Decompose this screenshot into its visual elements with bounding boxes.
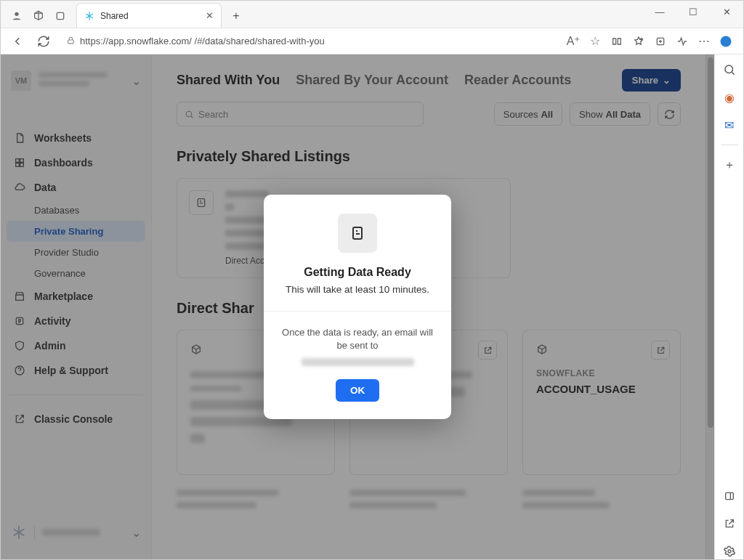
lock-icon: [66, 36, 76, 47]
window-close-button[interactable]: ✕: [710, 1, 743, 23]
getting-data-ready-modal: Getting Data Ready This will take at lea…: [264, 195, 451, 420]
reading-list-icon[interactable]: [610, 34, 624, 49]
new-tab-button[interactable]: +: [226, 6, 246, 26]
svg-point-14: [725, 65, 733, 73]
settings-icon[interactable]: [721, 543, 737, 559]
profile-icon[interactable]: [11, 10, 23, 22]
browser-tab[interactable]: Shared ✕: [76, 3, 222, 28]
share-page-icon[interactable]: [721, 516, 737, 532]
add-sidebar-icon[interactable]: ＋: [721, 157, 737, 173]
svg-point-16: [728, 550, 731, 553]
office-icon[interactable]: ◉: [721, 89, 737, 105]
url-text: https://app.snowflake.com/ /#/data/share…: [80, 36, 325, 46]
snowflake-favicon-icon: [84, 11, 94, 21]
outlook-icon[interactable]: ✉: [721, 117, 737, 133]
window-maximize-button[interactable]: ☐: [676, 1, 710, 23]
modal-email-redacted: [302, 358, 414, 366]
svg-point-0: [15, 12, 18, 16]
favorite-icon[interactable]: ☆: [588, 34, 602, 49]
read-aloud-icon[interactable]: A⁺: [566, 34, 581, 49]
tab-overview-icon[interactable]: [54, 10, 66, 22]
copilot-icon[interactable]: [719, 34, 733, 49]
svg-rect-2: [68, 39, 74, 43]
modal-title: Getting Data Ready: [280, 266, 435, 279]
svg-point-4: [721, 36, 732, 46]
more-icon[interactable]: ⋯: [697, 34, 711, 49]
tab-title: Shared: [100, 11, 206, 21]
modal-icon: [338, 214, 377, 253]
modal-overlay: Getting Data Ready This will take at lea…: [1, 54, 714, 559]
modal-body: Once the data is ready, an email will be…: [280, 326, 435, 352]
modal-subtitle: This will take at least 10 minutes.: [280, 283, 435, 296]
collections-icon[interactable]: [653, 34, 668, 49]
browser-address-bar: https://app.snowflake.com/ /#/data/share…: [1, 28, 743, 54]
refresh-button[interactable]: [33, 31, 54, 52]
tab-close-icon[interactable]: ✕: [206, 10, 214, 21]
svg-rect-15: [725, 492, 733, 499]
panel-toggle-icon[interactable]: [721, 488, 737, 504]
svg-rect-1: [57, 12, 63, 19]
window-minimize-button[interactable]: ―: [643, 1, 676, 23]
modal-ok-button[interactable]: OK: [336, 379, 379, 402]
edge-sidebar: ◉ ✉ ＋: [714, 54, 743, 559]
performance-icon[interactable]: [675, 34, 690, 49]
search-sidebar-icon[interactable]: [721, 62, 737, 78]
back-button[interactable]: [7, 31, 28, 52]
workspaces-icon[interactable]: [33, 10, 44, 22]
url-field[interactable]: https://app.snowflake.com/ /#/data/share…: [59, 31, 557, 52]
document-icon: [349, 224, 366, 242]
browser-titlebar: Shared ✕ + ― ☐ ✕: [1, 1, 743, 28]
favorites-bar-icon[interactable]: [631, 34, 646, 49]
